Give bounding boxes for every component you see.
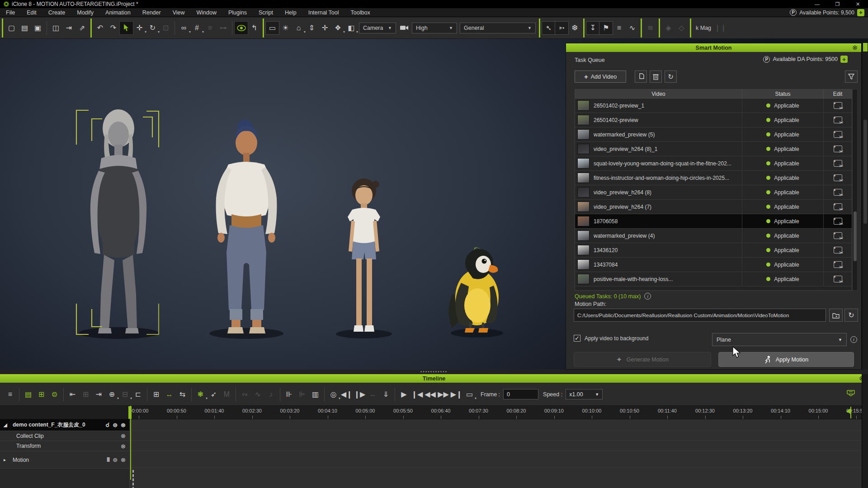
sampling-icon[interactable]: ❃▾ [194,388,207,401]
clip-trim-icon[interactable]: ⊏ [132,388,145,401]
home-view-icon[interactable]: ⌂▾ [292,22,305,34]
generate-motion-button[interactable]: ✦ Generate Motion [574,352,711,367]
menu-render[interactable]: Render [137,8,167,17]
motion-modifier-icon[interactable]: M [220,388,233,401]
add-points-button[interactable]: + [857,9,864,16]
task-row[interactable]: 26501402-preview_1Applicable [575,99,852,113]
prev-key-icon[interactable]: ◀❙ [340,388,353,401]
duplicate-task-button[interactable] [635,70,647,83]
task-row[interactable]: squat-lovely-young-woman-doing-squat-in-… [575,156,852,171]
camera-icon[interactable] [397,22,410,34]
task-row[interactable]: watermarked_preview (5)Applicable [575,127,852,142]
table-scrollbar[interactable] [852,89,858,291]
menu-plugins[interactable]: Plugins [222,8,253,17]
motion-puppet-icon[interactable]: ➴ [542,22,555,34]
task-row[interactable]: fitness-instructor-and-woman-doing-hip-c… [575,171,852,185]
task-row[interactable]: 13437084Applicable [575,258,852,272]
character-mannequin-woman[interactable] [90,109,146,333]
track-row-transform[interactable]: Transform⊗ [0,441,129,451]
menu-view[interactable]: View [167,8,191,17]
edit-video-icon[interactable] [834,276,842,282]
scrollbar-thumb[interactable] [854,211,857,261]
motion-path-input[interactable]: C:/Users/Public/Documents/Reallusion/Rea… [574,309,826,322]
task-row[interactable]: 13436120Applicable [575,243,852,258]
character-blue-hair-woman[interactable] [216,120,277,333]
collect-clip-icon[interactable]: ▤ [22,388,35,401]
person-key-icon[interactable]: ↧ [586,22,599,34]
edge-chevrons-icon[interactable]: ❘❘ [714,22,727,34]
menu-internal-tool[interactable]: Internal Tool [302,8,345,17]
task-row[interactable]: video_preview_h264 (8)Applicable [575,185,852,200]
circle-x-icon[interactable]: ⊗ [121,443,126,450]
rotate-tool-icon[interactable]: ↻▾ [146,22,159,34]
retarget-icon[interactable]: ➶ [207,388,220,401]
fit-range-icon[interactable]: ⇆ [176,388,189,401]
menu-edit[interactable]: Edit [21,8,42,17]
edit-video-icon[interactable] [834,145,842,152]
slider-tool-icon[interactable]: ≋ [644,22,657,34]
play-range-icon[interactable]: ↔ [366,388,379,401]
task-row[interactable]: video_preview_h264 (8)_1Applicable [575,142,852,156]
add-track-icon[interactable]: ⊞ [150,388,163,401]
expand-icon[interactable]: ◢ [4,422,10,427]
timeline-settings-icon[interactable] [846,389,855,399]
export-usd-icon[interactable]: ⇗ [75,22,89,34]
task-row[interactable]: watermarked_preview (4)Applicable [575,229,852,243]
task-row[interactable]: video_preview_h264 (7)Applicable [575,200,852,214]
filter-button[interactable] [845,70,858,83]
layer-bars-icon[interactable]: ||| [107,456,109,463]
insert-column-icon[interactable]: ⊪ [283,388,296,401]
menu-create[interactable]: Create [42,8,71,17]
add-motion-clip-icon[interactable]: ⊞ [35,388,48,401]
motion-list-icon[interactable]: ≡ [613,22,626,34]
curve-editor-icon[interactable]: ∿ [626,22,639,34]
edit-video-icon[interactable] [834,203,842,210]
new-project-icon[interactable]: ▢ [5,22,18,34]
fit-all-icon[interactable]: ✛ [318,22,331,34]
column-header-edit[interactable]: Edit [824,89,852,98]
fast-forward-icon[interactable]: ▶▶ [437,388,450,401]
next-keyframe-icon[interactable]: ◇ [675,22,688,34]
columns-icon[interactable]: ▥ [309,388,322,401]
go-end-icon[interactable]: ▶❙ [450,388,463,401]
column-header-video[interactable]: Video [575,89,742,98]
edit-video-icon[interactable] [834,131,842,138]
play-icon[interactable]: ▶ [397,388,410,401]
undo-icon[interactable]: ↶ [94,22,107,34]
character-bird[interactable] [448,248,499,333]
expand-icon[interactable]: ▸ [4,457,10,462]
walk-mark-icon[interactable]: ↰ [248,22,261,34]
column-header-status[interactable]: Status [742,89,824,98]
camera-select[interactable]: Camera▼ [359,23,396,33]
edit-video-icon[interactable] [834,218,842,225]
pivot-tool-icon[interactable]: #▾ [190,22,203,34]
edit-video-icon[interactable] [834,232,842,239]
prev-keyframe-icon[interactable]: ◈ [662,22,675,34]
menu-help[interactable]: Help [279,8,302,17]
panel-edge-scrollbar[interactable] [862,43,868,370]
edit-video-icon[interactable] [834,102,842,109]
timeline-ruler[interactable]: 00:00:0000:00:5000:01:4000:02:3000:03:20… [0,406,862,419]
menu-window[interactable]: Window [191,8,222,17]
edit-video-icon[interactable] [834,261,842,268]
link-bone-icon[interactable]: ☌ [105,422,109,428]
edit-video-icon[interactable] [834,117,842,123]
zoom-timeline-icon[interactable]: ◎▾ [327,388,340,401]
clip-start-marks[interactable] [132,470,134,488]
task-row[interactable]: 26501402-previewApplicable [575,113,852,127]
menu-animation[interactable]: Animation [99,8,137,17]
timeline-header[interactable]: Timeline ⊗ [0,374,868,383]
edit-video-icon[interactable] [834,174,842,181]
chevron-circle-icon[interactable]: ⊚ [113,456,118,463]
frame-input[interactable]: 0 [503,389,538,399]
curve-a-icon[interactable]: ∾ [238,388,251,401]
track-list-icon[interactable]: ≡ [4,388,17,401]
go-start-icon[interactable]: ❙◀ [410,388,424,401]
edit-video-icon[interactable] [834,189,842,196]
physics-cluster-icon[interactable]: ❆ [568,22,581,34]
select-tool-icon[interactable] [120,22,133,34]
character-little-girl[interactable] [348,178,380,332]
gizmo-icon[interactable]: ❖▾ [331,22,344,34]
track-row-collect-clip[interactable]: Collect Clip⊗ [0,431,129,441]
menu-toolbox[interactable]: Toolbox [345,8,376,17]
